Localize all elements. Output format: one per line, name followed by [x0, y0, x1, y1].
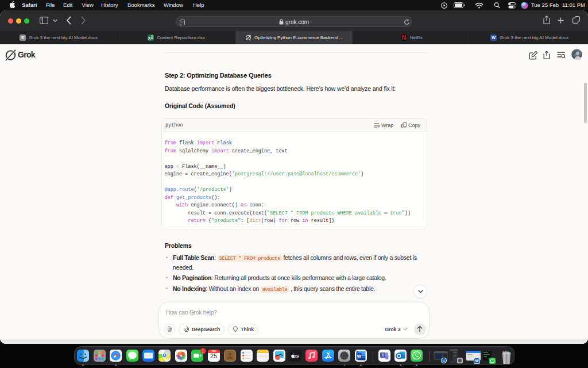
- svg-text:tv: tv: [295, 354, 299, 359]
- svg-text:W: W: [475, 359, 479, 363]
- svg-text:T: T: [382, 352, 385, 358]
- svg-text:1: 1: [202, 349, 204, 353]
- svg-text:X: X: [148, 36, 151, 41]
- svg-text:W: W: [357, 354, 361, 359]
